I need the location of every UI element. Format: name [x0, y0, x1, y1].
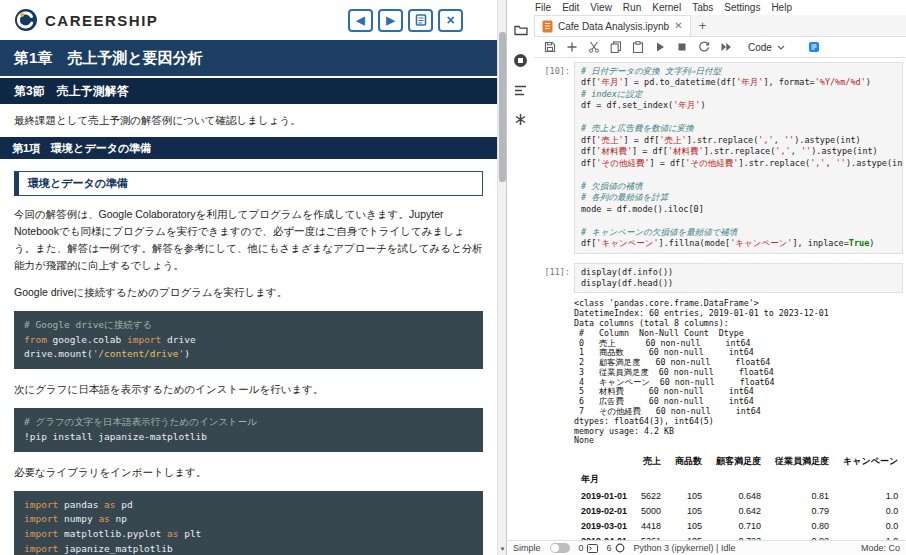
tab-close-icon[interactable]: ✕: [674, 21, 682, 31]
cell-input[interactable]: display(df.info())display(df.head()): [574, 263, 903, 294]
insert-cell-icon[interactable]: [565, 41, 578, 54]
code-block-imports: import pandas as pdimport numpy as npimp…: [14, 491, 483, 555]
output-line: None: [574, 436, 906, 446]
df-column-header: 顧客満足度: [709, 452, 768, 470]
chapter-title-bar: 第1章 売上予測と要因分析: [0, 40, 497, 76]
df-value-cell: 0.0: [836, 518, 905, 533]
output-area: <class 'pandas.core.frame.DataFrame'>Dat…: [574, 298, 906, 540]
df-column-header: 売上: [634, 452, 668, 470]
table-of-contents-icon[interactable]: [514, 85, 527, 96]
df-value-cell: 4418: [634, 518, 668, 533]
df-value-cell: 0.0: [836, 503, 905, 518]
cell-type-dropdown[interactable]: Code: [748, 42, 785, 53]
df-value-cell: 1.0: [836, 488, 905, 503]
code-line: import japanize_matplotlib: [24, 542, 473, 555]
close-icon: ×: [446, 12, 454, 28]
df-value-cell: 0.648: [709, 488, 768, 503]
menu-item[interactable]: Kernel: [652, 2, 681, 13]
brand: CAREERSHIP: [14, 8, 158, 32]
activity-bar: [507, 15, 534, 540]
df-column-header: キャンペーン: [836, 452, 905, 470]
terminals-count: 0: [579, 543, 584, 553]
new-tab-button[interactable]: +: [691, 18, 715, 33]
code-cell-11: [11]: display(df.info())display(df.head(…: [537, 263, 906, 294]
df-index-cell: 2019-03-01: [574, 518, 634, 533]
code-line: mode = df.mode().iloc[0]: [581, 204, 896, 215]
forward-button[interactable]: ▶: [378, 9, 403, 32]
simple-mode-label: Simple: [513, 543, 541, 553]
copy-cells-icon[interactable]: [609, 41, 622, 54]
section-intro-text: 最終課題として売上予測の解答例について確認しましょう。: [0, 104, 497, 137]
menu-item[interactable]: File: [535, 2, 551, 13]
kernel-indicator-icon[interactable]: [808, 41, 821, 54]
menu-item[interactable]: Run: [623, 2, 641, 13]
back-button[interactable]: ◀: [348, 9, 373, 32]
paragraph: 次にグラフに日本語を表示するためのインストールを行います。: [14, 381, 483, 398]
close-button[interactable]: ×: [438, 9, 463, 32]
learning-header: CAREERSHIP ◀ ▶ ×: [0, 0, 497, 40]
tab-notebook[interactable]: Cafe Data Analysis.ipynb ✕: [534, 15, 691, 36]
jupyterlab-window: FileEditViewRunKernelTabsSettingsHelp: [506, 0, 906, 555]
code-line: import pandas as pd: [24, 498, 473, 513]
df-column-header: 従業員満足度: [768, 452, 836, 470]
cut-cells-icon[interactable]: [587, 41, 600, 54]
code-line: df['キャンペーン'].fillna(mode['キャンペーン'], inpl…: [581, 238, 896, 249]
df-index-cell: 2019-04-01: [574, 533, 634, 540]
df-value-cell: 105: [668, 503, 709, 518]
scrollbar-thumb[interactable]: [499, 32, 506, 182]
df-value-cell: 5000: [634, 503, 668, 518]
code-line: import matplotlib.pyplot as plt: [24, 527, 473, 542]
contents-button[interactable]: [408, 9, 433, 32]
code-line: !pip install japanize-matplotlib: [24, 430, 473, 445]
kernel-status-text[interactable]: Python 3 (ipykernel) | Idle: [634, 543, 736, 553]
df-row: 2019-04-0153611050.7230.821.02201581: [574, 533, 906, 540]
simple-mode-toggle[interactable]: [550, 543, 570, 553]
save-icon[interactable]: [543, 41, 556, 54]
menu-item[interactable]: Tabs: [692, 2, 713, 13]
df-value-cell: 0.79: [768, 503, 836, 518]
code-line: display(df.head()): [581, 278, 896, 289]
code-line: [581, 215, 896, 226]
notebook-content: [10]: # 日付データの変換 文字列⇒日付型df['年月'] = pd.to…: [534, 58, 906, 540]
menu-item[interactable]: Edit: [562, 2, 579, 13]
restart-kernel-icon[interactable]: [697, 41, 710, 54]
notebook-file-icon: [542, 20, 553, 33]
back-icon: ◀: [356, 14, 364, 27]
restart-run-all-icon[interactable]: [719, 41, 732, 54]
interrupt-kernel-icon[interactable]: [675, 41, 688, 54]
kernel-circle-icon: [615, 543, 625, 553]
menu-item[interactable]: View: [590, 2, 612, 13]
page-nav: ◀ ▶ ×: [348, 9, 463, 32]
df-value-cell: 0.80: [768, 518, 836, 533]
df-row: 2019-03-0144181050.7100.800.02140496: [574, 518, 906, 533]
paste-cells-icon[interactable]: [631, 41, 644, 54]
learning-panel: CAREERSHIP ◀ ▶ × 第1章 売上予測と要因分析 第3節 売上予測解…: [0, 0, 497, 555]
menu-bar: FileEditViewRunKernelTabsSettingsHelp: [507, 0, 906, 15]
cell-input[interactable]: # 日付データの変換 文字列⇒日付型df['年月'] = pd.to_datet…: [574, 62, 903, 254]
run-cell-icon[interactable]: [653, 41, 666, 54]
menu-item[interactable]: Settings: [724, 2, 760, 13]
code-line: # 売上と広告費を数値に変換: [581, 123, 896, 134]
content-heading: 環境とデータの準備: [14, 171, 483, 196]
code-line: # グラフの文字を日本語表示行うためのインストール: [24, 415, 473, 430]
kernels-indicator[interactable]: 6: [607, 543, 625, 553]
file-browser-icon[interactable]: [514, 24, 528, 36]
scrollbar[interactable]: ▼: [497, 0, 506, 555]
code-line: df['売上'] = df['売上'].str.replace(',', '')…: [581, 135, 896, 146]
df-index-cell: 2019-01-01: [574, 488, 634, 503]
df-info-output: <class 'pandas.core.frame.DataFrame'>Dat…: [574, 299, 906, 446]
code-line: display(df.info()): [581, 267, 896, 278]
kernels-count: 6: [607, 543, 612, 553]
screen: CAREERSHIP ◀ ▶ × 第1章 売上予測と要因分析 第3節 売上予測解…: [0, 0, 906, 555]
df-value-cell: 0.710: [709, 518, 768, 533]
terminals-indicator[interactable]: 0: [579, 543, 598, 553]
menu-item[interactable]: Help: [771, 2, 792, 13]
df-value-cell: 105: [668, 518, 709, 533]
extension-manager-icon[interactable]: [514, 113, 527, 126]
paragraph: 必要なライブラリをインポートします。: [14, 464, 483, 481]
df-value-cell: 1.0: [836, 533, 905, 540]
running-kernels-icon[interactable]: [513, 53, 528, 68]
careership-logo-icon: [14, 8, 38, 32]
df-value-cell: 0.642: [709, 503, 768, 518]
cell-prompt: [10]:: [537, 62, 574, 254]
